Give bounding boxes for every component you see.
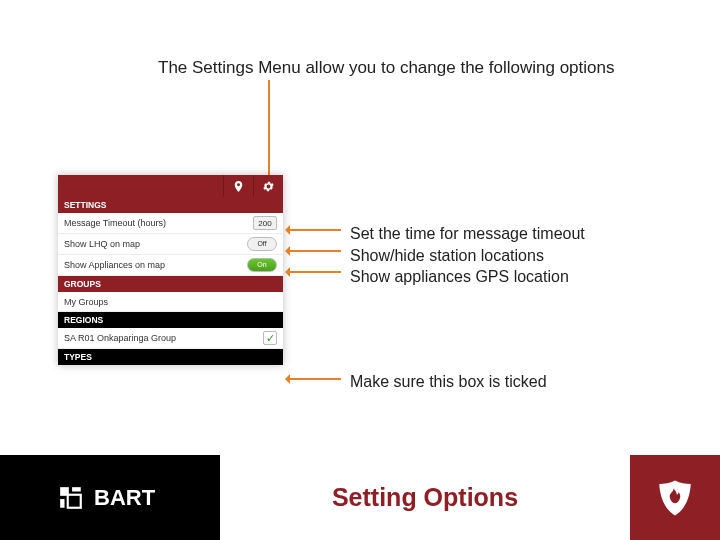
callouts-block: Set the time for message timeout Show/hi… [350,223,585,288]
footer-title-block: Setting Options [220,455,630,540]
settings-panel: SETTINGS Message Timeout (hours) 200 Sho… [58,175,283,365]
arrow-show-appliances [286,271,341,273]
brand-name: BART [94,485,155,511]
row-message-timeout: Message Timeout (hours) 200 [58,213,283,234]
callout-msg-timeout: Set the time for message timeout [350,223,585,245]
row-show-appliances: Show Appliances on map On [58,255,283,276]
row-show-lhq: Show LHQ on map Off [58,234,283,255]
arrow-msg-timeout [286,229,341,231]
arrow-region-check [286,378,341,380]
label-show-lhq: Show LHQ on map [64,239,140,249]
section-types: TYPES [58,349,283,365]
callout-region-check: Make sure this box is ticked [350,373,547,391]
arrow-show-lhq [286,250,341,252]
region-checkbox[interactable]: ✓ [263,331,277,345]
svg-rect-2 [60,499,64,508]
location-icon[interactable] [223,175,253,197]
label-show-appliances: Show Appliances on map [64,260,165,270]
emblem-icon [654,477,696,519]
toggle-show-appliances[interactable]: On [247,258,277,272]
arrow-intro-to-gear [268,80,270,180]
label-message-timeout: Message Timeout (hours) [64,218,166,228]
slide-title: Setting Options [332,483,518,512]
message-timeout-input[interactable]: 200 [253,216,277,230]
label-my-groups: My Groups [64,297,108,307]
panel-header [58,175,283,197]
row-my-groups[interactable]: My Groups [58,292,283,312]
footer: BART Setting Options [0,455,720,540]
svg-rect-3 [68,494,81,507]
footer-emblem-block [630,455,720,540]
svg-rect-1 [72,487,81,491]
row-region[interactable]: SA R01 Onkaparinga Group ✓ [58,328,283,349]
section-groups: GROUPS [58,276,283,292]
callout-show-appliances: Show appliances GPS location [350,266,585,288]
gear-icon[interactable] [253,175,283,197]
toggle-show-lhq[interactable]: Off [247,237,277,251]
intro-text: The Settings Menu allow you to change th… [158,58,614,78]
label-region: SA R01 Onkaparinga Group [64,333,176,343]
callout-show-lhq: Show/hide station locations [350,245,585,267]
section-settings: SETTINGS [58,197,283,213]
footer-brand-block: BART [0,455,220,540]
brand-logo-icon [58,485,84,511]
section-regions: REGIONS [58,312,283,328]
